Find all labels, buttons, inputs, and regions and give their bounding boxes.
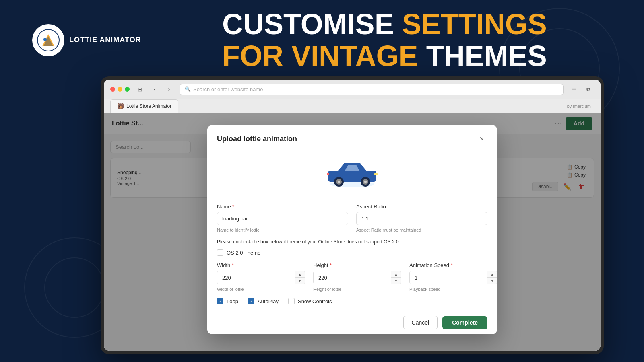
dimensions-row: Width * ▲ ▼ Width of lottie [217, 262, 487, 292]
traffic-lights [110, 87, 130, 92]
name-group: Name * Name to identify lottie [217, 204, 348, 232]
width-up[interactable]: ▲ [295, 271, 305, 278]
loop-checkbox[interactable]: ✓ [217, 298, 223, 304]
tab-favicon: 🐻 [117, 103, 124, 109]
svg-point-4 [43, 38, 47, 41]
speed-hint: Playback speed [409, 287, 497, 292]
speed-label: Animation Speed * [409, 262, 497, 268]
car-svg [322, 159, 382, 187]
sidebar-toggle-icon[interactable]: ⊞ [134, 84, 146, 95]
aspect-ratio-label: Aspect Ratio [356, 204, 487, 210]
laptop-frame: ⊞ ‹ › 🔍 Search or enter website name + ⧉… [101, 76, 604, 354]
title-line1-white: CUSTOMISE [222, 8, 402, 40]
os2-checkbox-row: OS 2.0 Theme [217, 249, 487, 256]
tl-red[interactable] [110, 87, 115, 92]
name-aspect-row: Name * Name to identify lottie Aspect Ra… [217, 204, 487, 232]
tab-label: Lottie Store Animator [126, 103, 171, 109]
show-controls-checkbox[interactable] [288, 298, 295, 304]
height-hint: Height of lottie [313, 287, 401, 292]
page-header: LOTTIE ANIMATOR CUSTOMISE SETTINGS FOR V… [0, 0, 644, 80]
tl-green[interactable] [125, 87, 130, 92]
modal-overlay: Upload lottie animation × [104, 113, 601, 351]
name-input[interactable] [217, 212, 348, 225]
address-text: Search or enter website name [193, 86, 263, 93]
height-label: Height * [313, 262, 401, 268]
modal-body: Name * Name to identify lottie Aspect Ra… [207, 195, 497, 311]
browser-window: ⊞ ‹ › 🔍 Search or enter website name + ⧉… [104, 80, 601, 351]
speed-group: Animation Speed * ▲ ▼ Playback speed [409, 262, 497, 292]
autoplay-checkbox-row: ✓ AutoPlay [248, 298, 279, 304]
logo-text: LOTTIE ANIMATOR [69, 36, 141, 45]
modal-header: Upload lottie animation × [207, 125, 497, 151]
cancel-button[interactable]: Cancel [403, 316, 438, 329]
autoplay-checkbox[interactable]: ✓ [248, 298, 254, 304]
back-icon[interactable]: ‹ [149, 84, 160, 95]
height-group: Height * ▲ ▼ Height of lottie [313, 262, 401, 292]
os2-label: OS 2.0 Theme [227, 250, 260, 256]
copy-tab-icon[interactable]: ⧉ [583, 84, 594, 95]
address-bar[interactable]: 🔍 Search or enter website name [180, 84, 564, 95]
svg-point-9 [338, 181, 340, 183]
browser-content: Lottie St... ⋯ Add Search Lo... Shopping… [104, 113, 601, 351]
os2-notice: Please uncheck the box below if theme of… [217, 239, 487, 245]
width-group: Width * ▲ ▼ Width of lottie [217, 262, 305, 292]
tab-by: by imercium [567, 104, 594, 109]
height-input[interactable] [314, 271, 391, 284]
aspect-ratio-hint: Aspect Ratio must be maintained [356, 228, 487, 232]
complete-button[interactable]: Complete [442, 316, 487, 329]
modal-title: Upload lottie animation [217, 135, 297, 143]
tl-yellow[interactable] [118, 87, 122, 92]
browser-chrome: ⊞ ‹ › 🔍 Search or enter website name + ⧉ [104, 80, 601, 99]
search-icon: 🔍 [185, 86, 191, 92]
width-label: Width * [217, 262, 305, 268]
aspect-ratio-group: Aspect Ratio Aspect Ratio must be mainta… [356, 204, 487, 232]
name-hint: Name to identify lottie [217, 228, 348, 232]
animation-preview [207, 151, 497, 195]
browser-tabs: 🐻 Lottie Store Animator by imercium [104, 99, 601, 113]
title-line1-orange: SETTINGS [402, 8, 547, 40]
autoplay-label: AutoPlay [258, 298, 279, 304]
speed-input[interactable] [410, 271, 487, 284]
close-icon[interactable]: × [476, 133, 487, 144]
width-hint: Width of lottie [217, 287, 305, 292]
logo: LOTTIE ANIMATOR [32, 24, 141, 56]
svg-rect-13 [374, 173, 378, 175]
title-line2-white: THEMES [418, 40, 547, 72]
browser-controls: ⊞ ‹ › [134, 84, 175, 95]
height-steppers: ▲ ▼ [391, 271, 401, 284]
options-checkboxes-row: ✓ Loop ✓ AutoPlay Show Controls [217, 298, 487, 311]
speed-up[interactable]: ▲ [487, 271, 497, 278]
title-line2-orange: FOR VINTAGE [222, 40, 418, 72]
modal-footer: Cancel Complete [207, 311, 497, 334]
aspect-ratio-input[interactable] [356, 212, 487, 225]
loop-checkbox-row: ✓ Loop [217, 298, 238, 304]
forward-icon[interactable]: › [163, 84, 175, 95]
new-tab-icon[interactable]: + [568, 84, 580, 95]
name-label: Name * [217, 204, 348, 210]
width-steppers: ▲ ▼ [295, 271, 305, 284]
svg-rect-14 [327, 173, 329, 175]
height-down[interactable]: ▼ [391, 278, 401, 284]
car-animation [322, 159, 382, 187]
width-down[interactable]: ▼ [295, 278, 305, 284]
height-stepper: ▲ ▼ [313, 271, 401, 284]
show-controls-label: Show Controls [298, 298, 332, 304]
logo-icon [32, 24, 64, 56]
active-tab[interactable]: 🐻 Lottie Store Animator [110, 99, 178, 113]
os2-checkbox[interactable] [217, 249, 223, 256]
loop-label: Loop [227, 298, 238, 304]
speed-down[interactable]: ▼ [487, 278, 497, 284]
height-up[interactable]: ▲ [391, 271, 401, 278]
upload-modal: Upload lottie animation × [207, 125, 497, 334]
bg-circle-4 [44, 257, 105, 318]
header-title: CUSTOMISE SETTINGS FOR VINTAGE THEMES [157, 8, 612, 72]
speed-stepper: ▲ ▼ [409, 271, 497, 284]
width-input[interactable] [217, 271, 295, 284]
svg-point-12 [364, 181, 367, 183]
show-controls-checkbox-row: Show Controls [288, 298, 332, 304]
width-stepper: ▲ ▼ [217, 271, 305, 284]
speed-steppers: ▲ ▼ [487, 271, 497, 284]
browser-actions: + ⧉ [568, 84, 594, 95]
